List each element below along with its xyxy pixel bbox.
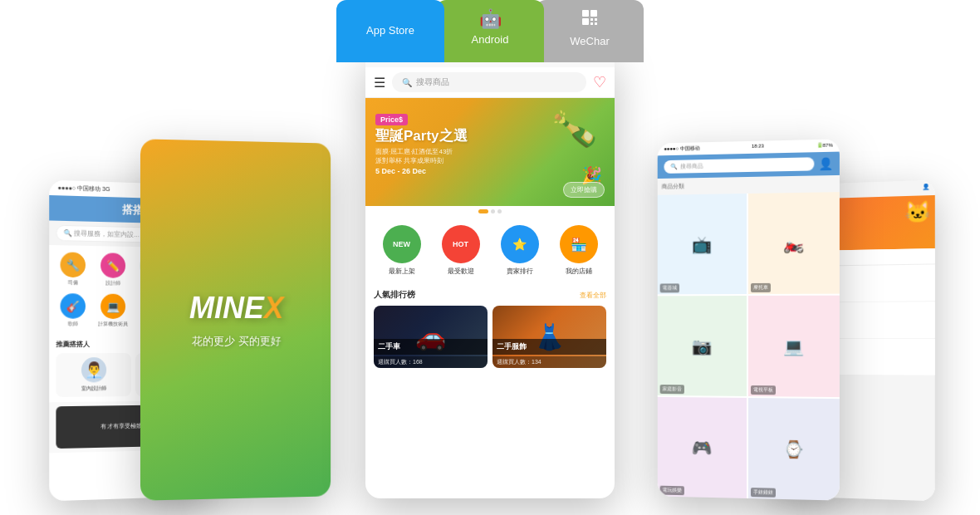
icon-item-design[interactable]: ✏️ 設計師	[96, 253, 130, 287]
cat-rank[interactable]: ⭐ 賣家排行	[501, 225, 539, 276]
grid-item-4[interactable]: 🎮 電玩娛樂	[658, 397, 747, 498]
ranking-card-car[interactable]: 🚗 二手車 週購買人數：168	[374, 306, 488, 368]
svg-rect-0	[582, 10, 589, 17]
music-icon: 🎸	[61, 293, 86, 319]
banner-price-tag: Price$	[375, 114, 408, 125]
category-row: NEW 最新上架 HOT 最受歡迎 ⭐ 賣家排行 🏪 我的店鋪	[365, 217, 615, 284]
svg-rect-4	[595, 18, 597, 21]
phone-mid-left: MINEX 花的更少 买的更好	[140, 139, 331, 500]
menu-icon[interactable]: ☰	[374, 75, 385, 91]
cat-store[interactable]: 🏪 我的店鋪	[560, 225, 598, 276]
fashion-label: 二手服飾	[492, 339, 606, 355]
search-icon: 🔍	[402, 78, 412, 87]
far-right-mascot-icon: 🐱	[904, 199, 931, 224]
banner-cta-button[interactable]: 立即搶購	[563, 182, 605, 198]
svg-rect-6	[595, 22, 597, 25]
right-grid: 📺 電器城 🏍️ 摩托車 📷 家庭影音 💻 電視平板 🎮 電玩娛樂	[658, 192, 840, 500]
fashion-sub: 週購買人數：134	[492, 356, 606, 368]
right-search-box[interactable]: 🔍 搜尋商品	[664, 157, 815, 174]
appstore-label: App Store	[366, 24, 414, 37]
ranking-cards: 🚗 二手車 週購買人數：168 👗 二手服飾 週購買人數：134	[365, 306, 615, 375]
grid-item-1[interactable]: 🏍️ 摩托車	[748, 192, 840, 294]
dot-3	[497, 209, 502, 213]
icon-item-tech[interactable]: 💻 計算機技術員	[96, 294, 130, 328]
android-icon: 🤖	[479, 10, 502, 28]
platform-tabs: App Store 🤖 Android WeChar	[336, 0, 644, 62]
svg-rect-5	[590, 22, 593, 25]
right-header: 🔍 搜尋商品 👤	[658, 152, 840, 179]
grid-item-0[interactable]: 📺 電器城	[658, 194, 747, 294]
rec-avatar-0: 👨‍💼	[81, 357, 106, 382]
cat-new-icon: NEW	[383, 225, 421, 263]
center-banner[interactable]: Price$ 聖誕Party之選 面膜·屈工扈·紅酒低至43折派對舉杯 共享成果…	[365, 98, 615, 206]
center-search-box[interactable]: 🔍 搜尋商品	[392, 72, 586, 92]
cat-hot[interactable]: HOT 最受歡迎	[442, 225, 480, 276]
wechat-icon	[581, 8, 599, 30]
car-sub: 週購買人數：168	[374, 356, 488, 368]
recommend-card-0[interactable]: 👨‍💼 室內設計師	[56, 353, 130, 397]
mine-slogan: 花的更少 买的更好	[189, 334, 284, 349]
dot-2	[491, 209, 495, 213]
left-status-left: ●●●●○ 中国移动 3G	[57, 184, 110, 194]
android-label: Android	[472, 33, 509, 46]
banner-dots	[365, 206, 615, 217]
tab-android[interactable]: 🤖 Android	[436, 0, 544, 62]
repair-icon: 🔧	[61, 252, 86, 277]
cat-store-icon: 🏪	[560, 225, 598, 263]
tech-icon: 💻	[100, 294, 125, 319]
design-icon: ✏️	[100, 253, 125, 278]
banner-date: 5 Dec - 26 Dec	[375, 167, 605, 175]
mid-left-content: MINEX 花的更少 买的更好	[189, 291, 284, 349]
icon-item-repair[interactable]: 🔧 司傭	[56, 252, 90, 287]
svg-rect-2	[582, 18, 589, 25]
center-header: ☰ 🔍 搜尋商品 ♡	[365, 67, 615, 98]
svg-rect-1	[590, 10, 597, 17]
mine-logo: MINEX	[189, 291, 284, 326]
wechat-label: WeChar	[570, 35, 609, 47]
right-avatar-icon: 👤	[818, 157, 832, 171]
ranking-card-fashion[interactable]: 👗 二手服飾 週購買人數：134	[492, 306, 606, 368]
dot-1	[478, 209, 488, 213]
car-label: 二手車	[374, 339, 488, 355]
phone-center: 中国移动 ▼ 18:23 🔋 57% ☰ 🔍 搜尋商品 ♡ Price$ 聖誕P…	[365, 50, 615, 498]
bottle-decoration: 🍾	[548, 103, 601, 154]
cat-hot-icon: HOT	[442, 225, 480, 263]
grid-item-5[interactable]: ⌚ 手錶鐘錶	[748, 398, 840, 501]
cat-new[interactable]: NEW 最新上架	[383, 225, 421, 276]
tab-wechat[interactable]: WeChar	[536, 0, 644, 62]
grid-item-2[interactable]: 📷 家庭影音	[658, 296, 747, 396]
icon-item-music[interactable]: 🎸 歌師	[56, 293, 90, 328]
svg-rect-3	[590, 18, 593, 21]
cat-rank-icon: ⭐	[501, 225, 539, 263]
right-content: ●●●●○ 中国移动 18:23 🔋87% 🔍 搜尋商品 👤 商品分類 📺 電器…	[658, 139, 840, 500]
ranking-header: 人氣排行榜 查看全部	[365, 284, 615, 306]
screens-container: ●●●●○ 中国移动 3G 17:55 搭搭 🔍 搜尋服務，如室内設... 🔧 …	[0, 58, 980, 515]
tab-appstore[interactable]: App Store	[336, 0, 444, 62]
mid-left-bg: MINEX 花的更少 买的更好	[140, 139, 331, 500]
phone-right: ●●●●○ 中国移动 18:23 🔋87% 🔍 搜尋商品 👤 商品分類 📺 電器…	[658, 139, 840, 500]
grid-item-3[interactable]: 💻 電視平板	[748, 296, 840, 397]
heart-icon[interactable]: ♡	[593, 73, 606, 91]
